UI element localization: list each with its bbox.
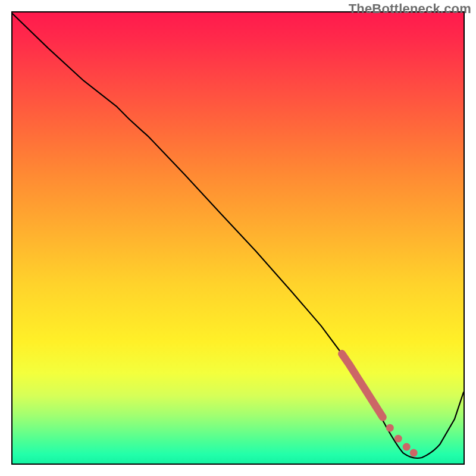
highlight-dot	[410, 449, 418, 457]
watermark-text: TheBottleneck.com	[349, 1, 471, 17]
chart-overlay	[12, 12, 464, 464]
highlight-thick	[342, 353, 383, 417]
highlight-dot	[386, 424, 394, 432]
chart-root: TheBottleneck.com	[0, 0, 476, 476]
highlight-dot	[403, 443, 411, 451]
plot-area	[11, 11, 465, 465]
main-curve	[12, 14, 464, 458]
highlight-dot	[394, 435, 402, 443]
